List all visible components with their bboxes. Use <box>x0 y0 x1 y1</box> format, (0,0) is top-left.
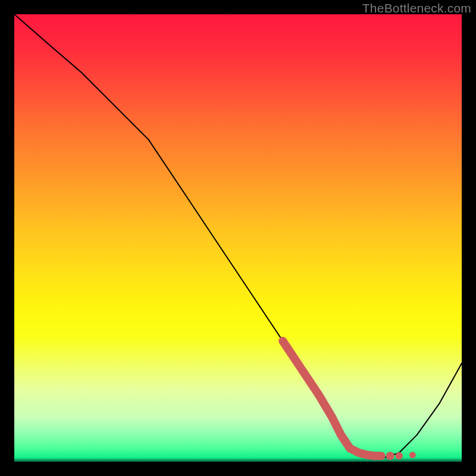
watermark-text: TheBottleneck.com <box>362 1 471 15</box>
chart-frame: TheBottleneck.com <box>0 0 476 476</box>
optimal-range-dots <box>386 452 416 460</box>
optimal-range-segment <box>283 341 381 456</box>
curve-overlay <box>14 14 462 462</box>
optimal-dot <box>396 452 403 459</box>
optimal-dot <box>386 452 394 460</box>
bottleneck-curve-line <box>14 14 462 458</box>
plot-area <box>14 14 462 462</box>
optimal-dot <box>409 452 416 458</box>
